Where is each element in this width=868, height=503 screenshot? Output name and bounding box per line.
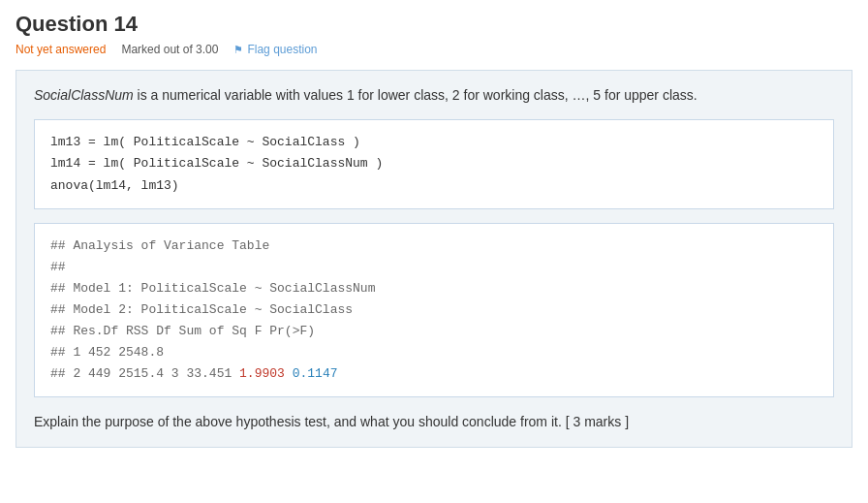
output-comment-6: ## 1 452 2548.8 <box>50 345 164 360</box>
marked-label: Marked out of 3.00 <box>121 43 218 56</box>
output-line-2: ## <box>50 257 818 278</box>
flag-icon: ⚑ <box>233 44 243 56</box>
output-comment-5: ## Res.Df RSS Df Sum of Sq F Pr(>F) <box>50 324 315 338</box>
output-number-7: 1.9903 <box>239 366 285 381</box>
output-comment-4: ## Model 2: PoliticalScale ~ SocialClass <box>50 302 353 317</box>
output-line-5: ## Res.Df RSS Df Sum of Sq F Pr(>F) <box>50 321 818 342</box>
output-line-7: ## 2 449 2515.4 3 33.451 1.9903 0.1147 <box>50 363 818 385</box>
output-line-4: ## Model 2: PoliticalScale ~ SocialClass <box>50 299 818 321</box>
page-container: Question 14 Not yet answered Marked out … <box>0 0 868 459</box>
output-line-6: ## 1 452 2548.8 <box>50 342 818 363</box>
output-block: ## Analysis of Variance Table ## ## Mode… <box>34 223 834 398</box>
content-area: SocialClassNum is a numerical variable w… <box>16 70 852 448</box>
output-line-1: ## Analysis of Variance Table <box>50 236 818 257</box>
code-line-1: lm13 = lm( PoliticalScale ~ SocialClass … <box>50 132 818 153</box>
description-text: SocialClassNum is a numerical variable w… <box>34 84 834 106</box>
meta-bar: Not yet answered Marked out of 3.00 ⚑ Fl… <box>16 43 852 56</box>
flag-label: Flag question <box>247 43 317 56</box>
output-space-7 <box>285 366 293 381</box>
question-prompt: Explain the purpose of the above hypothe… <box>34 411 834 432</box>
output-comment-1: ## Analysis of Variance Table <box>50 238 269 253</box>
output-comment-3: ## Model 1: PoliticalScale ~ SocialClass… <box>50 281 375 296</box>
not-answered-label: Not yet answered <box>16 43 106 56</box>
code-line-2: lm14 = lm( PoliticalScale ~ SocialClassN… <box>50 153 818 174</box>
output-comment-2: ## <box>50 260 66 274</box>
code-block: lm13 = lm( PoliticalScale ~ SocialClass … <box>34 119 834 208</box>
output-pval-7: 0.1147 <box>293 366 338 381</box>
output-prefix-7: ## 2 449 2515.4 3 33.451 <box>50 366 239 381</box>
italic-term: SocialClassNum <box>34 87 134 103</box>
description-rest: is a numerical variable with values 1 fo… <box>134 87 698 103</box>
code-line-3: anova(lm14, lm13) <box>50 175 818 197</box>
output-line-3: ## Model 1: PoliticalScale ~ SocialClass… <box>50 278 818 299</box>
flag-question-button[interactable]: ⚑ Flag question <box>233 43 317 56</box>
question-title: Question 14 <box>16 12 852 37</box>
